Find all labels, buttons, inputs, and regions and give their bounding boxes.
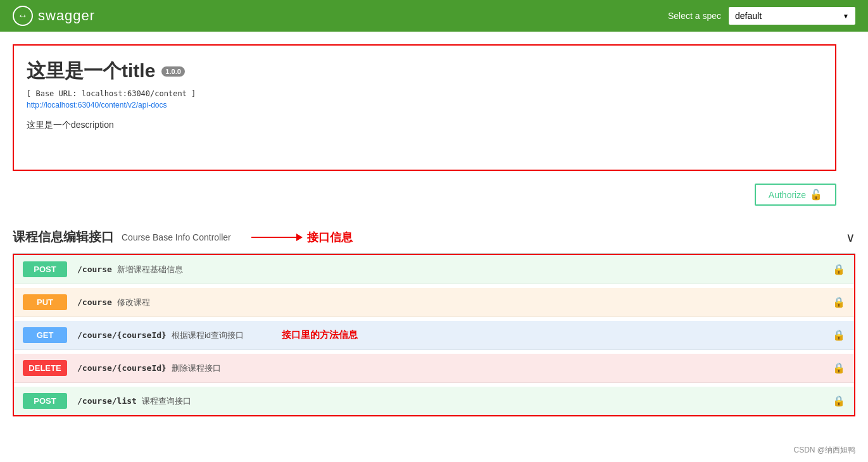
endpoint-row[interactable]: DELETE/course/{courseId}删除课程接口🔒 — [14, 354, 854, 383]
method-badge: GET — [23, 327, 67, 343]
method-badge: PUT — [23, 294, 67, 310]
endpoint-lock-icon: 🔒 — [833, 395, 845, 407]
interface-info-label: 接口信息 — [307, 230, 353, 245]
authorize-button[interactable]: Authorize 🔓 — [755, 184, 836, 206]
endpoint-description: 新增课程基础信息 — [117, 264, 183, 275]
version-badge: 1.0.0 — [161, 66, 184, 77]
description-text: 这里是一个description — [27, 120, 822, 131]
endpoint-path: /course — [77, 297, 112, 307]
info-box: 这里是一个title 1.0.0 [ Base URL: localhost:6… — [13, 44, 836, 171]
swagger-logo-text: swagger — [38, 8, 95, 24]
endpoint-lock-icon: 🔒 — [833, 329, 845, 341]
endpoint-path: /course/list — [77, 396, 137, 406]
endpoint-description: 删除课程接口 — [172, 363, 221, 374]
endpoint-row[interactable]: PUT/course修改课程🔒 — [14, 288, 854, 317]
logo-area: ↔ swagger — [13, 6, 95, 26]
spec-area: Select a spec default — [668, 7, 855, 25]
header: ↔ swagger Select a spec default — [0, 0, 868, 32]
method-badge: POST — [23, 261, 67, 277]
endpoint-lock-icon: 🔒 — [833, 263, 845, 275]
endpoint-description: 课程查询接口 — [142, 396, 191, 407]
controller-header[interactable]: 课程信息编辑接口 Course Base Info Controller 接口信… — [13, 221, 855, 254]
spec-label: Select a spec — [668, 11, 721, 21]
authorize-label: Authorize — [769, 190, 806, 200]
endpoint-description: 根据课程id查询接口 — [172, 330, 244, 341]
endpoint-path: /course/{courseId} — [77, 363, 167, 373]
spec-select[interactable]: default — [729, 7, 855, 25]
base-url: [ Base URL: localhost:63040/content ] — [27, 89, 822, 98]
method-badge: DELETE — [23, 360, 67, 376]
controller-title-area: 课程信息编辑接口 Course Base Info Controller 接口信… — [13, 228, 353, 246]
endpoint-path: /course/{courseId} — [77, 330, 167, 340]
main-content: 这里是一个title 1.0.0 [ Base URL: localhost:6… — [0, 32, 868, 429]
endpoint-path: /course — [77, 265, 112, 274]
controller-title: 课程信息编辑接口 — [13, 228, 114, 246]
endpoint-lock-icon: 🔒 — [833, 296, 845, 308]
endpoint-description: 修改课程 — [117, 297, 150, 308]
title-text: 这里是一个title — [27, 58, 155, 84]
endpoint-row[interactable]: GET/course/{courseId}根据课程id查询接口接口里的方法信息🔒 — [14, 321, 854, 350]
endpoint-row[interactable]: POST/course新增课程基础信息🔒 — [14, 255, 854, 284]
method-badge: POST — [23, 393, 67, 409]
spec-select-wrapper[interactable]: default — [729, 7, 855, 25]
info-title: 这里是一个title 1.0.0 — [27, 58, 822, 84]
method-info-annotation: 接口里的方法信息 — [282, 329, 358, 341]
lock-icon: 🔓 — [810, 189, 822, 201]
endpoint-lock-icon: 🔒 — [833, 362, 845, 374]
chevron-down-icon[interactable]: ∨ — [846, 230, 855, 245]
controller-section: 课程信息编辑接口 Course Base Info Controller 接口信… — [13, 221, 855, 416]
red-arrow-icon — [251, 237, 302, 238]
endpoint-row[interactable]: POST/course/list课程查询接口🔒 — [14, 387, 854, 415]
endpoints-list: POST/course新增课程基础信息🔒PUT/course修改课程🔒GET/c… — [13, 254, 855, 416]
api-docs-link[interactable]: http://localhost:63040/content/v2/api-do… — [27, 101, 822, 109]
arrow-annotation: 接口信息 — [251, 230, 353, 245]
controller-subtitle: Course Base Info Controller — [122, 232, 231, 242]
swagger-logo-icon: ↔ — [13, 6, 33, 26]
